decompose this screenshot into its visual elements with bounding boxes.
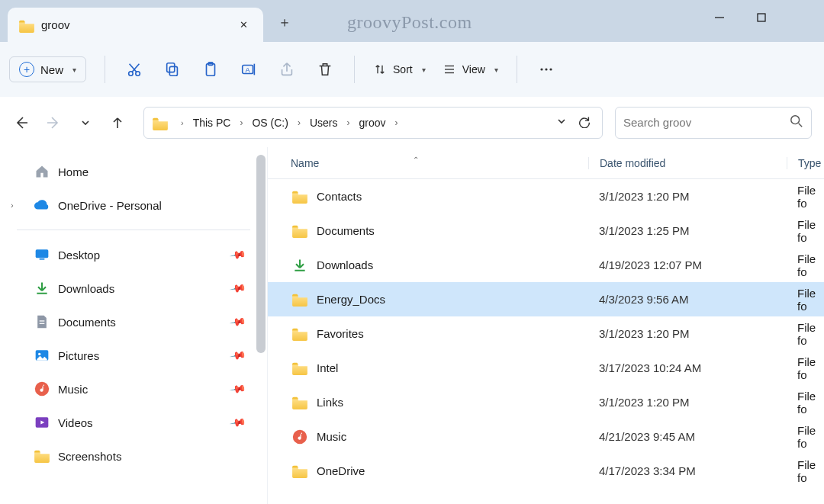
pin-icon: 📌 — [229, 347, 246, 364]
breadcrumb-segment[interactable]: Users — [305, 114, 343, 132]
sidebar-item-pictures[interactable]: Pictures📌 — [0, 339, 267, 372]
file-type: File fo — [787, 252, 824, 278]
sidebar-item-home[interactable]: Home — [0, 155, 267, 188]
sidebar-item-downloads[interactable]: Downloads📌 — [0, 271, 267, 305]
svg-rect-23 — [40, 320, 45, 321]
chevron-right-icon[interactable]: › — [293, 117, 305, 128]
sort-label: Sort — [393, 63, 413, 75]
table-row[interactable]: Music4/21/2023 9:45 AMFile fo — [268, 419, 824, 454]
address-bar[interactable]: › This PC›OS (C:)›Users›groov› — [143, 107, 603, 139]
copy-button[interactable] — [154, 51, 191, 88]
forward-button[interactable] — [40, 109, 67, 136]
svg-point-19 — [791, 116, 800, 124]
folder-icon — [291, 326, 309, 342]
search-input[interactable] — [623, 116, 790, 129]
cut-button[interactable] — [116, 51, 153, 88]
sidebar-scrollbar[interactable] — [255, 155, 267, 496]
chevron-right-icon[interactable]: › — [176, 118, 188, 127]
toolbar-separator — [105, 56, 105, 83]
minimize-button[interactable] — [698, 0, 740, 34]
scrollbar-thumb[interactable] — [256, 155, 266, 353]
sidebar-item-screenshots[interactable]: Screenshots — [0, 439, 267, 473]
new-tab-button[interactable]: ＋ — [269, 7, 300, 37]
file-name: Links — [317, 396, 588, 409]
sidebar-item-label: Videos — [58, 416, 93, 429]
new-button-label: New — [40, 63, 63, 76]
back-button[interactable] — [8, 109, 35, 136]
svg-point-17 — [545, 68, 547, 70]
pin-icon: 📌 — [229, 246, 246, 264]
file-type: File fo — [787, 218, 824, 244]
sidebar-item-label: OneDrive - Personal — [58, 199, 162, 212]
chevron-right-icon[interactable]: › — [11, 201, 14, 210]
file-date: 4/19/2023 12:07 PM — [588, 258, 787, 271]
folder-icon — [291, 464, 309, 479]
chevron-right-icon[interactable]: › — [391, 117, 403, 128]
pin-icon: 📌 — [229, 313, 246, 331]
file-name: Energy_Docs — [317, 293, 588, 306]
tab-active[interactable]: groov ✕ — [8, 8, 263, 42]
svg-rect-24 — [40, 323, 45, 324]
folder-icon — [291, 395, 309, 410]
sidebar-item-desktop[interactable]: Desktop📌 — [0, 238, 267, 271]
table-row[interactable]: Intel3/17/2023 10:24 AMFile fo — [268, 351, 824, 385]
table-row[interactable]: Favorites3/1/2023 1:20 PMFile fo — [268, 316, 824, 351]
breadcrumb-segment[interactable]: groov — [354, 114, 390, 132]
sidebar-item-music[interactable]: Music📌 — [0, 372, 267, 406]
chevron-down-icon: ▾ — [494, 66, 498, 74]
folder-icon — [291, 361, 309, 376]
search-box[interactable] — [615, 107, 812, 139]
sidebar-item-onedrive---personal[interactable]: ›OneDrive - Personal — [0, 188, 267, 222]
sidebar-item-documents[interactable]: Documents📌 — [0, 305, 267, 339]
close-tab-button[interactable]: ✕ — [234, 16, 253, 34]
more-button[interactable] — [528, 51, 565, 88]
delete-button[interactable] — [307, 51, 343, 88]
chevron-right-icon[interactable]: › — [342, 117, 354, 128]
pin-icon: 📌 — [229, 414, 246, 432]
maximize-button[interactable] — [740, 0, 782, 34]
music-icon — [291, 429, 309, 445]
folder-icon — [291, 189, 309, 204]
column-headers: Name⌃ Date modified Type — [268, 147, 824, 179]
paste-button[interactable] — [192, 51, 229, 88]
column-header-type[interactable]: Type — [787, 157, 824, 169]
home-icon — [34, 163, 50, 180]
navigation-row: › This PC›OS (C:)›Users›groov› — [0, 98, 824, 147]
column-header-name[interactable]: Name⌃ — [291, 157, 588, 169]
address-history-dropdown[interactable] — [556, 116, 567, 129]
view-button[interactable]: View ▾ — [435, 58, 506, 81]
rename-button[interactable]: A — [230, 51, 267, 88]
breadcrumb-segment[interactable]: OS (C:) — [247, 114, 292, 132]
svg-point-26 — [38, 353, 40, 355]
file-name: Music — [317, 430, 588, 443]
breadcrumb-segment[interactable]: This PC — [188, 114, 236, 132]
table-row[interactable]: Contacts3/1/2023 1:20 PMFile fo — [268, 179, 824, 213]
table-row[interactable]: Energy_Docs4/3/2023 9:56 AMFile fo — [268, 282, 824, 316]
file-type: File fo — [787, 321, 824, 347]
up-button[interactable] — [104, 109, 131, 136]
file-type: File fo — [787, 424, 824, 450]
refresh-button[interactable] — [578, 114, 591, 130]
svg-rect-21 — [36, 249, 49, 258]
file-type: File fo — [787, 355, 824, 381]
downloads-icon — [291, 258, 309, 273]
svg-point-18 — [549, 68, 552, 70]
title-bar: groov ✕ ＋ groovyPost.com — [0, 0, 824, 42]
file-name: Contacts — [317, 190, 588, 203]
table-row[interactable]: Downloads4/19/2023 12:07 PMFile fo — [268, 248, 824, 282]
new-button[interactable]: + New ▾ — [9, 56, 86, 82]
sidebar-item-videos[interactable]: Videos📌 — [0, 406, 267, 439]
svg-point-16 — [540, 68, 542, 70]
svg-rect-1 — [758, 14, 765, 21]
file-date: 3/1/2023 1:20 PM — [588, 327, 787, 340]
table-row[interactable]: OneDrive4/17/2023 3:34 PMFile fo — [268, 454, 824, 488]
table-row[interactable]: Links3/1/2023 1:20 PMFile fo — [268, 385, 824, 419]
svg-text:A: A — [245, 66, 250, 74]
chevron-right-icon[interactable]: › — [235, 117, 247, 128]
table-row[interactable]: Documents3/1/2023 1:25 PMFile fo — [268, 213, 824, 248]
recent-dropdown[interactable] — [72, 109, 99, 136]
navigation-pane: Home›OneDrive - Personal Desktop📌Downloa… — [0, 147, 267, 504]
sort-button[interactable]: Sort ▾ — [365, 58, 433, 81]
column-header-date[interactable]: Date modified — [588, 157, 787, 169]
share-button[interactable] — [269, 51, 305, 88]
